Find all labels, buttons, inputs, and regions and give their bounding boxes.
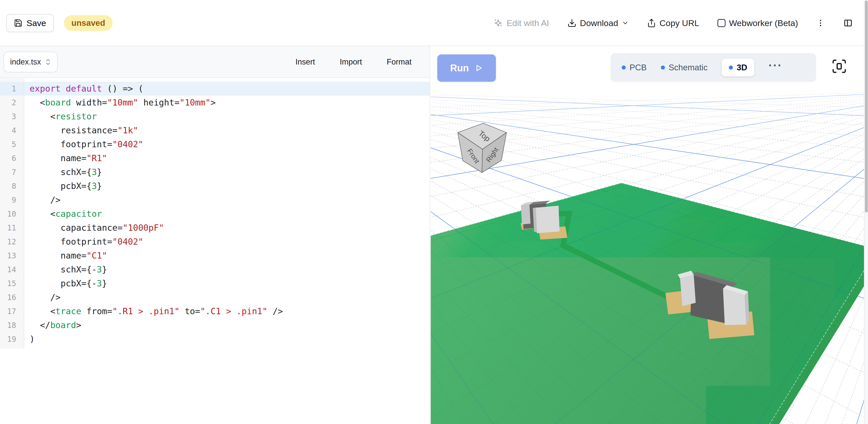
fullscreen-button[interactable] <box>831 58 847 74</box>
sparkles-icon <box>493 18 503 28</box>
code-line[interactable]: ) <box>24 332 430 346</box>
viewer-3d-canvas[interactable]: Top Front Right <box>431 47 864 424</box>
edit-with-ai-button[interactable]: Edit with AI <box>493 18 549 28</box>
code-line[interactable]: footprint="0402" <box>24 235 430 249</box>
3d-status-dot <box>729 65 733 69</box>
top-bar-actions: Edit with AI Download Copy URL Webworker… <box>493 0 853 46</box>
share-icon <box>647 19 656 28</box>
schematic-status-dot <box>661 65 665 69</box>
save-icon <box>14 19 23 27</box>
line-number: 1 <box>0 82 24 96</box>
webworker-checkbox[interactable] <box>717 19 725 27</box>
line-number: 13 <box>0 249 24 262</box>
code-line[interactable]: /> <box>24 290 430 304</box>
save-row: Save unsaved <box>6 0 113 46</box>
nav-cube[interactable]: Top Front Right <box>458 123 506 173</box>
run-button[interactable]: Run <box>437 54 496 82</box>
tab-schematic[interactable]: Schematic <box>661 63 708 72</box>
line-number: 2 <box>0 96 24 110</box>
tab-3d-label: 3D <box>737 63 747 72</box>
code-line[interactable]: <capacitor <box>24 207 430 221</box>
line-number: 14 <box>0 262 24 277</box>
line-number: 18 <box>0 318 24 332</box>
code-line[interactable]: /> <box>24 193 430 207</box>
tab-pcb-label: PCB <box>629 63 647 72</box>
tab-schematic-label: Schematic <box>669 63 708 72</box>
download-button[interactable]: Download <box>567 18 629 28</box>
fullscreen-icon <box>831 58 847 74</box>
status-badge: unsaved <box>64 15 113 31</box>
tab-pcb[interactable]: PCB <box>622 63 647 72</box>
preview-panel: Top Front Right <box>431 47 864 424</box>
line-number: 17 <box>0 304 24 318</box>
webworker-toggle[interactable]: Webworker (Beta) <box>717 18 798 28</box>
copy-url-label: Copy URL <box>659 18 699 28</box>
line-number: 16 <box>0 290 24 304</box>
line-number: 7 <box>0 165 24 179</box>
chevron-down-icon <box>622 20 629 27</box>
tabs-more-button[interactable]: ··· <box>769 65 782 70</box>
code-line[interactable]: name="R1" <box>24 151 430 165</box>
line-number: 9 <box>0 193 24 207</box>
panel-layout-icon <box>843 18 853 28</box>
code-line[interactable]: resistance="1k" <box>24 123 430 137</box>
file-name: index.tsx <box>10 57 41 66</box>
code-editor[interactable]: 12345678910111213141516171819 export def… <box>0 78 430 349</box>
line-number: 6 <box>0 151 24 165</box>
play-icon <box>474 64 483 72</box>
run-label: Run <box>450 63 469 74</box>
insert-button[interactable]: Insert <box>295 57 315 66</box>
webworker-label: Webworker (Beta) <box>729 18 798 28</box>
scrollbar-thumb[interactable] <box>865 1 868 213</box>
line-number: 5 <box>0 137 24 151</box>
kebab-icon <box>816 19 825 27</box>
save-label: Save <box>27 18 46 28</box>
code-line[interactable]: <trace from=".R1 > .pin1" to=".C1 > .pin… <box>24 304 430 318</box>
page-scrollbar[interactable] <box>864 0 868 424</box>
line-number: 3 <box>0 110 24 123</box>
code-line[interactable]: export default () => ( <box>24 82 430 96</box>
line-number: 10 <box>0 207 24 221</box>
code-content[interactable]: export default () => ( <board width="10m… <box>24 78 430 349</box>
copy-url-button[interactable]: Copy URL <box>647 18 699 28</box>
code-line[interactable]: <resistor <box>24 110 430 123</box>
line-number: 12 <box>0 235 24 249</box>
format-button[interactable]: Format <box>387 57 411 66</box>
code-panel: index.tsx Insert Import Format 123456789… <box>0 46 430 424</box>
code-line[interactable]: footprint="0402" <box>24 137 430 151</box>
line-number: 11 <box>0 221 24 235</box>
top-bar: Save unsaved Edit with AI Download Copy … <box>0 0 868 46</box>
editor-header: index.tsx Insert Import Format <box>0 46 430 78</box>
view-tabs: PCB Schematic 3D ··· <box>611 53 816 82</box>
code-line[interactable]: capacitance="1000pF" <box>24 221 430 235</box>
panel-toggle-button[interactable] <box>843 18 853 28</box>
code-line[interactable]: schX={-3} <box>24 262 430 277</box>
kebab-menu-button[interactable] <box>816 19 825 27</box>
code-line[interactable]: name="C1" <box>24 249 430 262</box>
line-number: 19 <box>0 332 24 346</box>
code-line[interactable]: </board> <box>24 318 430 332</box>
code-line[interactable]: pcbX={-3} <box>24 277 430 290</box>
line-number: 15 <box>0 277 24 290</box>
file-selector[interactable]: index.tsx <box>3 52 58 72</box>
save-button[interactable]: Save <box>6 14 54 32</box>
import-button[interactable]: Import <box>340 57 362 66</box>
code-line[interactable]: <board width="10mm" height="10mm"> <box>24 96 430 110</box>
edit-with-ai-label: Edit with AI <box>506 18 549 28</box>
line-number: 8 <box>0 179 24 193</box>
pcb-status-dot <box>622 65 626 69</box>
download-label: Download <box>580 18 618 28</box>
editor-actions: Insert Import Format <box>295 46 411 78</box>
code-line[interactable]: schX={3} <box>24 165 430 179</box>
download-icon <box>567 19 577 28</box>
tab-3d[interactable]: 3D <box>722 59 754 76</box>
code-line[interactable]: pcbX={3} <box>24 179 430 193</box>
chevrons-up-down-icon <box>45 58 51 66</box>
line-number: 4 <box>0 123 24 137</box>
line-number-gutter: 12345678910111213141516171819 <box>0 78 24 349</box>
